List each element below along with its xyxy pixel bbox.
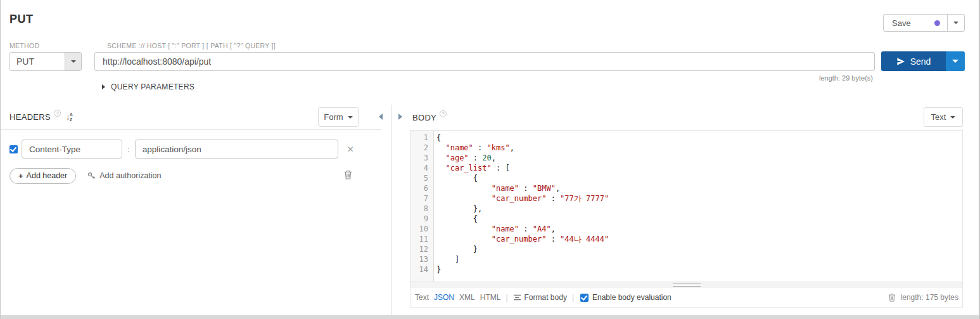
save-button-label: Save [884,18,934,28]
chevron-down-icon [71,60,76,63]
line-number: 6 [410,183,428,193]
headers-view-mode-value: Form [324,112,343,122]
save-dropdown-button[interactable] [947,15,964,31]
line-number: 4 [410,163,428,173]
line-number-gutter: 1234567891011121314 [410,131,434,282]
header-separator: : [127,145,130,154]
line-number: 1 [410,133,428,143]
add-header-label: Add header [27,171,68,180]
query-parameters-label: QUERY PARAMETERS [111,82,194,91]
url-input[interactable] [94,52,875,71]
code-line: "name" : "A4", [436,224,962,234]
code-content[interactable]: { "name" : "kms", "age" : 20, "car_list"… [434,131,962,282]
url-length-indicator: length: 29 byte(s) [819,74,873,82]
headers-panel: HEADERS ? ↓ AZ Form : ✕ [1,105,391,315]
body-mode-json[interactable]: JSON [434,293,454,302]
line-number: 14 [410,264,428,275]
line-number: 9 [410,214,428,224]
add-authorization-label: Add authorization [99,171,161,180]
header-name-input[interactable] [22,140,122,159]
trash-icon [344,170,352,179]
body-panel: BODY ? Text 1234567891011121314 { "name"… [391,105,979,315]
editor-resize-handle[interactable] [410,282,962,288]
code-line: { [436,133,962,143]
code-line: } [436,264,962,275]
headers-panel-header: HEADERS ? ↓ AZ Form [1,105,381,130]
code-line: "car_list" : [ [436,163,962,173]
line-number: 12 [410,244,428,254]
line-number: 7 [410,193,428,204]
body-toolbar: TextJSONXMLHTML | Format body | Enable b… [410,288,962,307]
body-mode-xml[interactable]: XML [459,293,475,302]
code-line: { [436,214,962,224]
code-line: { [436,173,962,183]
code-line: "name" : "BMW", [436,183,962,193]
delete-headers-button[interactable] [344,170,352,182]
enable-body-evaluation: Enable body evaluation [580,293,671,302]
method-value: PUT [10,53,65,70]
code-line: "age" : 20, [436,153,962,163]
body-length-indicator: length: 175 bytes [901,293,958,302]
save-button[interactable]: Save [883,14,965,32]
scheme-label: SCHEME :// HOST [ ":" PORT ] [ PATH [ "?… [107,42,276,49]
body-evaluation-checkbox[interactable] [580,294,589,302]
line-number: 10 [410,224,428,234]
help-icon[interactable]: ? [54,110,61,117]
line-number: 5 [410,173,428,183]
line-number: 3 [410,153,428,163]
body-mode-text[interactable]: Text [415,293,429,302]
code-line: "car_number" : "77가 7777" [436,193,962,204]
body-title: BODY [412,113,436,122]
window-bottom-edge [1,315,979,319]
panels-container: HEADERS ? ↓ AZ Form : ✕ [1,105,979,315]
unsaved-changes-dot-icon [934,20,940,26]
code-line: } [436,244,962,254]
format-body-button[interactable]: Format body [513,293,567,302]
method-dropdown-button[interactable] [65,53,81,70]
paper-plane-icon [896,57,905,66]
header-value-input[interactable] [135,140,338,159]
help-icon[interactable]: ? [440,110,447,117]
add-header-button[interactable]: + Add header [10,168,76,184]
send-button-label: Send [910,56,931,67]
code-line: "name" : "kms", [436,143,962,153]
add-authorization-button[interactable]: Add authorization [87,171,161,180]
clear-body-button[interactable] [888,293,896,302]
send-button[interactable]: Send [881,51,965,71]
headers-view-mode-select[interactable]: Form [318,107,359,127]
line-number: 8 [410,204,428,214]
code-area[interactable]: 1234567891011121314 { "name" : "kms", "a… [410,131,962,282]
page-title: PUT [10,13,34,26]
api-tester-window: PUT Save METHOD SCHEME :// HOST [ ":" PO… [0,0,980,319]
header-row: : ✕ [10,140,354,159]
chevron-down-icon [952,60,958,63]
send-dropdown-button[interactable] [946,51,965,71]
body-mode-html[interactable]: HTML [480,293,501,302]
format-body-label: Format body [525,293,567,302]
body-mode-switcher: TextJSONXMLHTML [415,293,500,302]
body-evaluation-label: Enable body evaluation [592,293,671,302]
grip-icon [673,283,701,287]
line-number: 2 [410,143,428,153]
format-lines-icon [513,294,521,301]
body-view-mode-select[interactable]: Text [924,107,963,127]
body-view-mode-value: Text [931,112,946,122]
triangle-right-icon [102,84,105,89]
chevron-down-icon [348,116,353,119]
line-number: 11 [410,234,428,244]
remove-header-icon[interactable]: ✕ [347,145,354,154]
key-icon [87,172,96,180]
trash-icon [888,293,896,302]
line-number: 13 [410,254,428,264]
collapse-panel-right-icon[interactable] [398,114,402,120]
headers-actions: + Add header Add authorization [10,167,391,184]
query-parameters-toggle[interactable]: QUERY PARAMETERS [102,82,194,91]
header-enabled-checkbox[interactable] [10,145,18,153]
method-select[interactable]: PUT [10,52,82,71]
collapse-panel-left-icon[interactable] [379,114,383,120]
sort-headers-icon[interactable]: ↓ AZ [66,112,73,121]
method-label: METHOD [10,42,39,49]
plus-icon: + [18,171,23,181]
headers-title: HEADERS [10,112,51,122]
chevron-down-icon [953,22,958,24]
